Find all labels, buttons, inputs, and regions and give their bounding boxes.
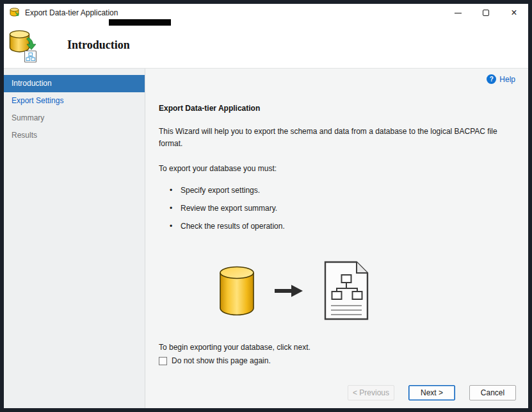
export-illustration <box>219 260 369 324</box>
app-database-export-icon <box>10 8 20 18</box>
dont-show-again-row: Do not show this page again. <box>159 356 515 365</box>
dont-show-again-label: Do not show this page again. <box>172 356 271 365</box>
right-arrow-icon <box>275 283 303 302</box>
cancel-button[interactable]: Cancel <box>469 385 516 400</box>
export-dac-wizard-window: Export Data-tier Application × <box>0 0 532 412</box>
intro-paragraph: This Wizard will help you to export the … <box>159 126 515 150</box>
requirements-list: Specify export settings. Review the expo… <box>170 186 515 231</box>
title-bar: Export Data-tier Application × <box>4 4 528 22</box>
page-title: Introduction <box>67 38 130 52</box>
sidebar-item-export-settings[interactable]: Export Settings <box>4 92 145 110</box>
dont-show-again-checkbox[interactable] <box>159 357 167 365</box>
help-link[interactable]: ? Help <box>487 74 515 84</box>
list-item: Check the results of operation. <box>170 222 515 231</box>
wizard-body: Introduction Export Settings Summary Res… <box>4 69 528 408</box>
minimize-button[interactable] <box>444 4 472 22</box>
export-database-to-file-icon <box>9 29 37 63</box>
begin-export-hint: To begin exporting your database, click … <box>159 343 515 352</box>
help-label: Help <box>499 75 515 84</box>
list-item: Specify export settings. <box>170 186 515 195</box>
content-heading: Export Data-tier Application <box>159 104 515 113</box>
sidebar-item-summary: Summary <box>4 110 145 127</box>
bacpac-document-icon <box>323 260 369 324</box>
previous-button[interactable]: < Previous <box>348 385 394 400</box>
wizard-header: Introduction <box>4 22 528 69</box>
requirements-label: To export your database you must: <box>159 164 515 173</box>
maximize-icon <box>483 10 489 16</box>
wizard-content: ? Help Export Data-tier Application This… <box>145 69 528 408</box>
help-icon: ? <box>487 74 496 84</box>
close-icon: × <box>511 8 517 18</box>
sidebar-item-results: Results <box>4 127 145 144</box>
next-button[interactable]: Next > <box>408 385 455 400</box>
wizard-button-bar: < Previous Next > Cancel <box>348 385 516 400</box>
wizard-steps-sidebar: Introduction Export Settings Summary Res… <box>4 69 145 408</box>
list-item: Review the export summary. <box>170 204 515 213</box>
minimize-icon <box>455 13 462 13</box>
close-button[interactable]: × <box>500 4 528 22</box>
dark-strip-artifact <box>109 19 171 26</box>
window-title: Export Data-tier Application <box>25 8 118 17</box>
maximize-button[interactable] <box>472 4 500 22</box>
sidebar-item-introduction[interactable]: Introduction <box>4 75 145 92</box>
database-cylinder-icon <box>219 266 255 318</box>
window-controls: × <box>444 4 528 22</box>
